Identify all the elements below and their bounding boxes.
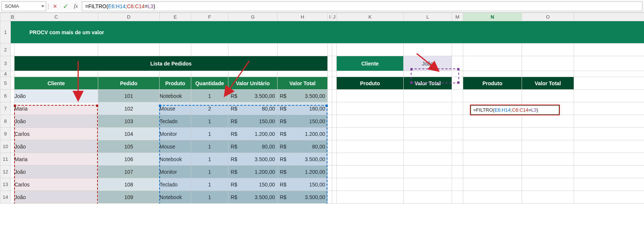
cell-pedido[interactable]: 103 <box>98 115 160 128</box>
cell-qtd[interactable]: 1 <box>191 191 228 204</box>
col-header[interactable]: J <box>332 13 337 21</box>
cell-produto[interactable]: Mouse <box>160 140 191 153</box>
cell-unitario[interactable]: R$150,00 <box>228 178 278 191</box>
cell-unitario[interactable]: R$80,00 <box>228 140 278 153</box>
col-header[interactable] <box>574 13 644 21</box>
row-header[interactable]: 1 <box>0 21 11 44</box>
select-all[interactable] <box>0 13 11 21</box>
col-header[interactable]: M <box>452 13 463 21</box>
cell-qtd[interactable]: 1 <box>191 140 228 153</box>
row-header[interactable]: 10 <box>0 140 11 153</box>
cell-produto[interactable]: Teclado <box>160 178 191 191</box>
row-header[interactable]: 2 <box>0 44 11 56</box>
col-header[interactable]: C <box>15 13 98 21</box>
cell-total[interactable]: R$160,00 <box>278 102 328 115</box>
cell-produto[interactable]: Monitor <box>160 166 191 178</box>
chevron-down-icon[interactable] <box>41 5 44 7</box>
name-box-value: SOMA <box>5 3 19 9</box>
cell-unitario[interactable]: R$3.500,00 <box>228 191 278 204</box>
cell-cliente[interactable]: Maria <box>15 102 98 115</box>
cell-qtd[interactable]: 2 <box>191 102 228 115</box>
col-header[interactable]: B <box>11 13 15 21</box>
col-header[interactable]: N <box>463 13 522 21</box>
cell-cliente[interactable]: João <box>15 115 98 128</box>
col-header[interactable]: E <box>160 13 191 21</box>
page-title: PROCV com mais de um valor <box>11 21 644 44</box>
cell-pedido[interactable]: 101 <box>98 90 160 102</box>
table-header: Pedido <box>98 77 160 90</box>
cell-total[interactable]: R$3.500,00 <box>278 90 328 102</box>
cell-pedido[interactable]: 109 <box>98 191 160 204</box>
enter-button[interactable]: ✓ <box>61 2 70 11</box>
cell-total[interactable]: R$3.500,00 <box>278 153 328 166</box>
cell-produto[interactable]: Notebook <box>160 90 191 102</box>
row-header[interactable]: 12 <box>0 166 11 178</box>
cell-unitario[interactable]: R$3.500,00 <box>228 90 278 102</box>
insert-function-button[interactable]: fx <box>71 2 80 11</box>
col-header[interactable]: H <box>278 13 328 21</box>
table-row: 9Carlos104Monitor1R$1.200,00R$1.200,00 <box>0 128 644 140</box>
row-header[interactable]: 14 <box>0 191 11 204</box>
cell-unitario[interactable]: R$1.200,00 <box>228 128 278 140</box>
cell-produto[interactable]: Notebook <box>160 191 191 204</box>
cancel-button[interactable]: ✕ <box>51 2 60 11</box>
cell-pedido[interactable]: 105 <box>98 140 160 153</box>
row-header[interactable]: 3 <box>0 56 11 71</box>
row-header[interactable]: 6 <box>0 90 11 102</box>
cell-cliente[interactable]: Carlos <box>15 178 98 191</box>
col-header[interactable]: L <box>404 13 452 21</box>
cell-cliente[interactable]: Maria <box>15 153 98 166</box>
col-header[interactable]: K <box>337 13 404 21</box>
table-header: Cliente <box>15 77 98 90</box>
worksheet[interactable]: B C D E F G H I J K L M N O 1 PROCV com … <box>0 13 644 204</box>
cell-cliente[interactable]: Carlos <box>15 128 98 140</box>
formula-bar: SOMA ✕ ✓ fx =FILTRO(E6:H14;C6:C14=L3) <box>0 0 644 13</box>
cell-unitario[interactable]: R$1.200,00 <box>228 166 278 178</box>
row-header[interactable]: 8 <box>0 115 11 128</box>
col-header[interactable]: G <box>228 13 278 21</box>
cell-qtd[interactable]: 1 <box>191 166 228 178</box>
col-header[interactable]: O <box>522 13 574 21</box>
cell-qtd[interactable]: 1 <box>191 128 228 140</box>
formula-input[interactable]: =FILTRO(E6:H14;C6:C14=L3) <box>82 1 643 11</box>
name-box[interactable]: SOMA <box>1 1 46 11</box>
cell-qtd[interactable]: 1 <box>191 115 228 128</box>
cell-pedido[interactable]: 107 <box>98 166 160 178</box>
cell-cliente[interactable]: João <box>15 166 98 178</box>
cell-pedido[interactable]: 104 <box>98 128 160 140</box>
cell-total[interactable]: R$80,00 <box>278 140 328 153</box>
col-header[interactable]: I <box>328 13 332 21</box>
row-header[interactable]: 5 <box>0 77 11 90</box>
cell-qtd[interactable]: 1 <box>191 153 228 166</box>
cell-total[interactable]: R$150,00 <box>278 178 328 191</box>
cell-total[interactable]: R$150,00 <box>278 115 328 128</box>
cell-cliente[interactable]: João <box>15 191 98 204</box>
col-header[interactable]: F <box>191 13 228 21</box>
cell-unitario[interactable]: R$150,00 <box>228 115 278 128</box>
cell-produto[interactable]: Mouse <box>160 102 191 115</box>
cell-produto[interactable]: Teclado <box>160 115 191 128</box>
cell-unitario[interactable]: R$80,00 <box>228 102 278 115</box>
row-header[interactable]: 7 <box>0 102 11 115</box>
right-header: Valor Total <box>404 77 452 90</box>
cell-total[interactable]: R$3.500,00 <box>278 191 328 204</box>
row-header[interactable]: 9 <box>0 128 11 140</box>
cell-produto[interactable]: Notebook <box>160 153 191 166</box>
cell-produto[interactable]: Monitor <box>160 128 191 140</box>
cell-unitario[interactable]: R$3.500,00 <box>228 153 278 166</box>
cell-pedido[interactable]: 106 <box>98 153 160 166</box>
cell-pedido[interactable]: 102 <box>98 102 160 115</box>
cell-qtd[interactable]: 1 <box>191 178 228 191</box>
row-header[interactable]: 11 <box>0 153 11 166</box>
cell-total[interactable]: R$1.200,00 <box>278 128 328 140</box>
cell-total[interactable]: R$1.200,00 <box>278 166 328 178</box>
cell-cliente[interactable]: João <box>15 90 98 102</box>
row-header[interactable]: 13 <box>0 178 11 191</box>
cell-qtd[interactable]: 1 <box>191 90 228 102</box>
cliente-value-cell[interactable]: João <box>404 56 452 71</box>
row-header[interactable]: 4 <box>0 71 11 77</box>
cell-cliente[interactable]: João <box>15 140 98 153</box>
cell-pedido[interactable]: 108 <box>98 178 160 191</box>
active-cell-editing[interactable]: =FILTRO(E6:H14;C6:C14=L3) <box>470 105 560 115</box>
col-header[interactable]: D <box>98 13 160 21</box>
